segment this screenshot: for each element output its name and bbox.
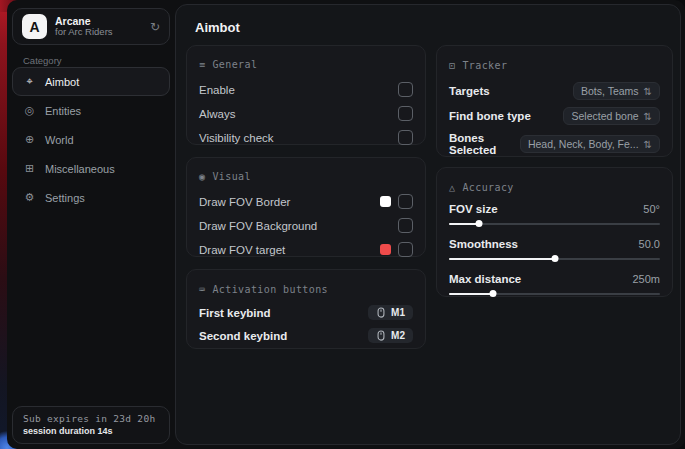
card-title: Visual <box>212 171 251 182</box>
sidebar-item-label: World <box>45 134 74 146</box>
target-icon: ⊡ <box>449 60 455 71</box>
targets-label: Targets <box>449 85 490 97</box>
slider-thumb[interactable] <box>490 290 497 297</box>
sidebar-item-label: Entities <box>45 105 81 117</box>
first-keybind-value: M1 <box>391 307 405 318</box>
visual-card: ◉ Visual Draw FOV Border Draw FOV Backgr… <box>186 157 426 257</box>
subscription-card: Sub expires in 23d 20h session duration … <box>12 406 170 444</box>
first-keybind-label: First keybind <box>199 307 271 319</box>
second-keybind-value: M2 <box>391 330 405 341</box>
slider-thumb[interactable] <box>551 255 558 262</box>
sidebar-item-label: Settings <box>45 192 85 204</box>
card-title: Accuracy <box>462 182 513 193</box>
enable-label: Enable <box>199 84 235 96</box>
activation-card: ⌨ Activation buttons First keybind M1 Se… <box>186 269 426 349</box>
fov-size-value: 50° <box>643 203 660 215</box>
first-keybind-button[interactable]: M1 <box>368 305 413 320</box>
chevrons-up-down-icon: ⇅ <box>644 139 652 150</box>
bones-selected-dropdown[interactable]: Head, Neck, Body, Fe... ⇅ <box>520 135 660 153</box>
draw-fov-target-checkbox[interactable] <box>398 242 413 257</box>
visibility-check-checkbox[interactable] <box>398 130 413 145</box>
general-card: ≡ General Enable Always Visibility check <box>186 45 426 145</box>
sidebar-item-miscellaneous[interactable]: ⊞ Miscellaneous <box>12 154 170 183</box>
slider-fill <box>449 258 555 260</box>
sidebar-item-world[interactable]: ⊕ World <box>12 125 170 154</box>
sidebar-item-entities[interactable]: ◎ Entities <box>12 96 170 125</box>
sub-expiry-text: Sub expires in 23d 20h <box>23 413 159 424</box>
bones-selected-label: Bones Selected <box>449 132 520 156</box>
entities-icon: ◎ <box>23 104 36 117</box>
category-label: Category <box>23 55 62 66</box>
gear-icon: ⚙ <box>23 191 36 204</box>
visibility-check-label: Visibility check <box>199 132 274 144</box>
draw-fov-border-label: Draw FOV Border <box>199 196 290 208</box>
sidebar-item-label: Miscellaneous <box>45 163 115 175</box>
sidebar-item-label: Aimbot <box>45 76 79 88</box>
find-bone-type-label: Find bone type <box>449 110 531 122</box>
chevrons-up-down-icon: ⇅ <box>644 86 652 97</box>
slider-fill <box>449 293 493 295</box>
enable-checkbox[interactable] <box>398 82 413 97</box>
second-keybind-button[interactable]: M2 <box>368 328 413 343</box>
brand-logo: A <box>22 14 47 39</box>
sliders-icon: ≡ <box>199 59 205 70</box>
find-bone-type-dropdown[interactable]: Selected bone ⇅ <box>563 107 660 125</box>
tracker-card: ⊡ Tracker Targets Bots, Teams ⇅ Find bon… <box>436 45 673 157</box>
max-distance-slider[interactable] <box>449 290 660 299</box>
fov-size-slider[interactable] <box>449 220 660 229</box>
card-title: Tracker <box>462 60 507 71</box>
smoothness-value: 50.0 <box>639 238 660 250</box>
main-panel: Aimbot ≡ General Enable Always Visibilit… <box>175 4 681 445</box>
fov-size-label: FOV size <box>449 203 498 215</box>
smoothness-slider[interactable] <box>449 255 660 264</box>
mouse-icon <box>376 330 386 341</box>
targets-value: Bots, Teams <box>581 85 639 97</box>
brand-text: Arcane for Arc Riders <box>55 15 142 38</box>
mouse-icon <box>376 307 386 318</box>
targets-dropdown[interactable]: Bots, Teams ⇅ <box>573 82 660 100</box>
fov-border-color-swatch[interactable] <box>380 196 391 207</box>
find-bone-type-value: Selected bone <box>571 110 638 122</box>
grid-icon: ⊞ <box>23 162 36 175</box>
draw-fov-background-label: Draw FOV Background <box>199 220 317 232</box>
sidebar-item-aimbot[interactable]: ⌖ Aimbot <box>12 67 170 96</box>
slider-thumb[interactable] <box>475 220 482 227</box>
always-label: Always <box>199 108 235 120</box>
draw-fov-target-label: Draw FOV target <box>199 244 285 256</box>
second-keybind-label: Second keybind <box>199 330 287 342</box>
fov-target-color-swatch[interactable] <box>380 244 391 255</box>
draw-fov-background-checkbox[interactable] <box>398 218 413 233</box>
card-title: Activation buttons <box>212 284 328 295</box>
sidebar: A Arcane for Arc Riders ↻ Category ⌖ Aim… <box>7 0 175 449</box>
card-title: General <box>212 59 257 70</box>
sync-icon[interactable]: ↻ <box>150 20 160 34</box>
brand-card: A Arcane for Arc Riders ↻ <box>12 8 170 45</box>
crosshair-icon: ⌖ <box>23 75 36 88</box>
max-distance-label: Max distance <box>449 273 521 285</box>
keyboard-icon: ⌨ <box>199 284 205 295</box>
bones-selected-value: Head, Neck, Body, Fe... <box>528 138 639 150</box>
page-title: Aimbot <box>195 20 240 35</box>
eye-icon: ◉ <box>199 171 205 182</box>
max-distance-value: 250m <box>632 273 660 285</box>
app-root: A Arcane for Arc Riders ↻ Category ⌖ Aim… <box>0 0 685 449</box>
session-duration-text: session duration 14s <box>23 426 159 436</box>
smoothness-label: Smoothness <box>449 238 518 250</box>
sidebar-menu: ⌖ Aimbot ◎ Entities ⊕ World ⊞ Miscellane… <box>12 67 170 212</box>
always-checkbox[interactable] <box>398 106 413 121</box>
chevrons-up-down-icon: ⇅ <box>644 111 652 122</box>
globe-icon: ⊕ <box>23 133 36 146</box>
sidebar-item-settings[interactable]: ⚙ Settings <box>12 183 170 212</box>
brand-subtitle: for Arc Riders <box>55 27 142 38</box>
draw-fov-border-checkbox[interactable] <box>398 194 413 209</box>
triangle-icon: △ <box>449 182 455 193</box>
app-window: A Arcane for Arc Riders ↻ Category ⌖ Aim… <box>7 0 685 449</box>
accuracy-card: △ Accuracy FOV size 50° <box>436 167 673 297</box>
